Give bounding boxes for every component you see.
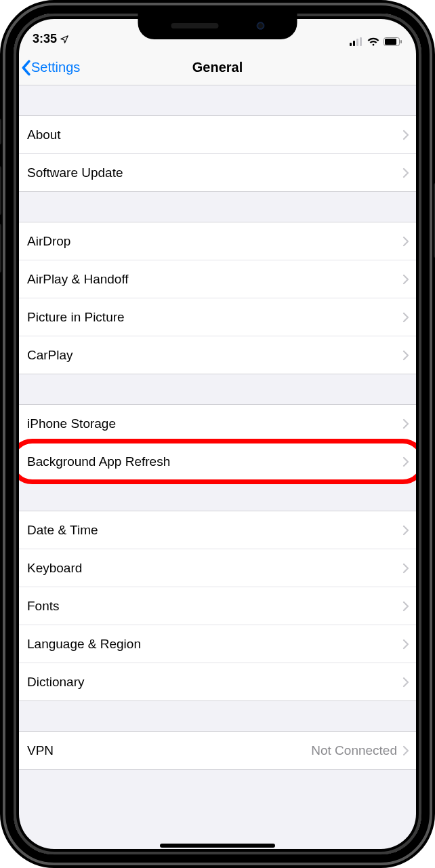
svg-rect-3	[360, 37, 362, 46]
settings-group: VPNNot Connected	[14, 731, 421, 770]
chevron-right-icon	[402, 312, 409, 323]
cell-software-update[interactable]: Software Update	[14, 154, 421, 192]
chevron-right-icon	[402, 418, 409, 429]
status-right	[350, 37, 402, 46]
cell-picture-in-picture[interactable]: Picture in Picture	[14, 298, 421, 336]
cell-label: About	[27, 127, 402, 142]
cell-label: Fonts	[27, 599, 402, 614]
device-notch	[138, 12, 297, 39]
cell-carplay[interactable]: CarPlay	[14, 336, 421, 374]
cell-iphone-storage[interactable]: iPhone Storage	[14, 405, 421, 443]
volume-down-button	[0, 224, 1, 273]
chevron-right-icon	[402, 745, 409, 756]
wifi-icon	[367, 37, 379, 46]
status-left: 3:35	[33, 32, 69, 46]
cell-keyboard[interactable]: Keyboard	[14, 549, 421, 587]
cell-fonts[interactable]: Fonts	[14, 587, 421, 625]
cell-label: Dictionary	[27, 675, 402, 690]
chevron-right-icon	[402, 274, 409, 285]
cell-label: Background App Refresh	[27, 454, 402, 469]
cell-dictionary[interactable]: Dictionary	[14, 663, 421, 701]
cell-label: Keyboard	[27, 561, 402, 576]
chevron-right-icon	[402, 525, 409, 536]
chevron-right-icon	[402, 601, 409, 612]
cell-background-app-refresh[interactable]: Background App Refresh	[14, 443, 421, 481]
settings-group: AboutSoftware Update	[14, 115, 421, 192]
speaker	[171, 23, 218, 28]
volume-up-button	[0, 166, 1, 215]
cell-label: AirPlay & Handoff	[27, 272, 402, 287]
home-indicator[interactable]	[160, 844, 275, 848]
svg-rect-1	[353, 41, 355, 46]
nav-bar: Settings General	[14, 50, 421, 85]
cell-language-region[interactable]: Language & Region	[14, 625, 421, 663]
chevron-right-icon	[402, 350, 409, 361]
svg-rect-0	[350, 43, 352, 46]
cell-value: Not Connected	[311, 743, 397, 758]
group-spacer	[14, 374, 421, 404]
chevron-right-icon	[402, 563, 409, 574]
cell-label: CarPlay	[27, 348, 402, 363]
chevron-right-icon	[402, 639, 409, 650]
cell-label: iPhone Storage	[27, 416, 402, 431]
chevron-right-icon	[402, 130, 409, 140]
chevron-right-icon	[402, 677, 409, 688]
cell-label: Picture in Picture	[27, 310, 402, 325]
location-arrow-icon	[60, 35, 69, 44]
mute-switch	[0, 119, 1, 144]
cell-label: VPN	[27, 743, 311, 758]
screen: 3:35	[14, 14, 421, 854]
group-spacer	[14, 85, 421, 115]
cellular-signal-icon	[350, 37, 363, 46]
front-camera	[256, 22, 264, 30]
cell-about[interactable]: About	[14, 116, 421, 154]
cell-airplay-handoff[interactable]: AirPlay & Handoff	[14, 260, 421, 298]
status-time: 3:35	[33, 32, 57, 46]
svg-rect-5	[385, 39, 396, 45]
battery-icon	[384, 37, 402, 46]
settings-group: Date & TimeKeyboardFontsLanguage & Regio…	[14, 511, 421, 701]
back-button[interactable]: Settings	[20, 60, 80, 76]
cell-date-time[interactable]: Date & Time	[14, 511, 421, 549]
cell-label: Software Update	[27, 165, 402, 180]
chevron-right-icon	[402, 167, 409, 178]
cell-label: AirDrop	[27, 234, 402, 249]
cell-vpn[interactable]: VPNNot Connected	[14, 732, 421, 770]
svg-rect-2	[356, 39, 358, 46]
chevron-right-icon	[402, 456, 409, 467]
back-label: Settings	[31, 60, 80, 75]
settings-group: AirDropAirPlay & HandoffPicture in Pictu…	[14, 222, 421, 374]
settings-group: iPhone StorageBackground App Refresh	[14, 404, 421, 481]
cell-airdrop[interactable]: AirDrop	[14, 222, 421, 260]
group-spacer	[14, 701, 421, 731]
group-spacer	[14, 192, 421, 222]
svg-rect-6	[400, 40, 402, 43]
group-spacer	[14, 481, 421, 511]
cell-label: Language & Region	[27, 637, 402, 652]
settings-list[interactable]: AboutSoftware UpdateAirDropAirPlay & Han…	[14, 85, 421, 770]
chevron-left-icon	[20, 60, 31, 76]
cell-label: Date & Time	[27, 523, 402, 538]
chevron-right-icon	[402, 236, 409, 247]
